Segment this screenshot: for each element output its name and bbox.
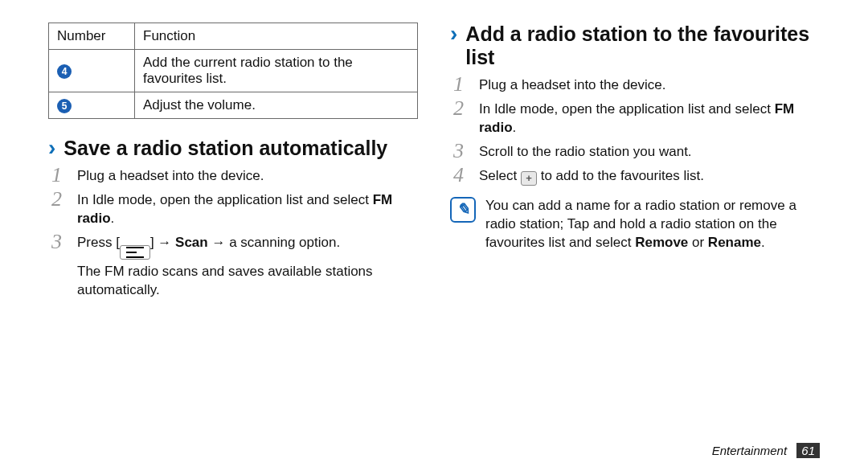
step-number: 2 xyxy=(51,189,68,210)
menu-key-icon xyxy=(120,245,150,260)
list-item: 4 Select + to add to the favourites list… xyxy=(453,165,820,186)
step-number: 2 xyxy=(453,98,469,119)
text-fragment: . xyxy=(111,211,115,226)
left-column: Number Function 4 Add the current radio … xyxy=(48,23,418,471)
text-fragment: or xyxy=(688,235,708,250)
note-text: You can add a name for a radio station o… xyxy=(485,197,820,252)
text-fragment: In Idle mode, open the application list … xyxy=(479,101,775,117)
row-function-cell: Add the current radio station to the fav… xyxy=(135,50,418,92)
text-fragment: ] → xyxy=(150,235,175,250)
chapter-name: Entertainment xyxy=(712,444,787,457)
section-title: Add a radio station to the favourites li… xyxy=(465,23,820,69)
manual-page: Number Function 4 Add the current radio … xyxy=(0,0,868,471)
note-icon: ✎ xyxy=(450,197,476,223)
step-number: 3 xyxy=(453,141,469,162)
list-item: 2 In Idle mode, open the application lis… xyxy=(51,189,418,228)
list-item: 1 Plug a headset into the device. xyxy=(51,165,418,186)
text-fragment: Press [ xyxy=(77,235,120,250)
page-number: 61 xyxy=(796,443,820,458)
steps-add: 1 Plug a headset into the device. 2 In I… xyxy=(450,74,820,186)
text-fragment: In Idle mode, open the application list … xyxy=(77,192,373,207)
add-favourite-icon: + xyxy=(521,171,537,186)
menu-option: Remove xyxy=(635,235,688,250)
text-fragment: . xyxy=(761,235,765,250)
table-row: 5 Adjust the volume. xyxy=(49,92,418,119)
text-fragment: → a scanning option. xyxy=(208,235,340,250)
header-function: Function xyxy=(135,23,418,50)
steps-save: 1 Plug a headset into the device. 2 In I… xyxy=(48,165,418,300)
section-heading-save: › Save a radio station automatically xyxy=(48,137,418,160)
step-number: 1 xyxy=(51,165,68,186)
chevron-right-icon: › xyxy=(48,137,55,159)
section-title: Save a radio station automatically xyxy=(63,137,387,160)
section-heading-add: › Add a radio station to the favourites … xyxy=(450,23,820,69)
chevron-right-icon: › xyxy=(450,23,457,45)
number-badge-icon: 4 xyxy=(57,64,72,79)
step-number: 4 xyxy=(453,165,469,186)
list-item: 2 In Idle mode, open the application lis… xyxy=(453,98,820,137)
page-footer: Entertainment 61 xyxy=(712,443,820,458)
text-fragment: to add to the favourites list. xyxy=(537,168,704,183)
number-badge-icon: 5 xyxy=(57,99,72,113)
text-fragment: . xyxy=(513,120,517,135)
hamburger-icon xyxy=(124,245,146,260)
header-number: Number xyxy=(49,23,135,50)
list-item: 3 Scroll to the radio station you want. xyxy=(453,141,820,162)
list-item: 1 Plug a headset into the device. xyxy=(453,74,820,95)
row-number-cell: 4 xyxy=(49,50,135,92)
table-row: 4 Add the current radio station to the f… xyxy=(49,50,418,92)
menu-option: Scan xyxy=(175,235,208,250)
step-text: Select + to add to the favourites list. xyxy=(479,165,704,186)
menu-option: Rename xyxy=(708,235,761,250)
step-text: Scroll to the radio station you want. xyxy=(479,141,692,162)
step-text: Plug a headset into the device. xyxy=(77,165,264,186)
note-block: ✎ You can add a name for a radio station… xyxy=(450,197,820,252)
step-text: Plug a headset into the device. xyxy=(479,74,666,95)
step-text: In Idle mode, open the application list … xyxy=(479,98,820,137)
table-header-row: Number Function xyxy=(49,23,418,50)
step-number: 1 xyxy=(453,74,469,95)
step-result: The FM radio scans and saves available s… xyxy=(77,263,418,300)
text-fragment: Select xyxy=(479,168,521,183)
step-text: In Idle mode, open the application list … xyxy=(77,189,418,228)
step-text: Press [] → Scan → a scanning option. The… xyxy=(77,231,418,300)
row-number-cell: 5 xyxy=(49,92,135,119)
list-item: 3 Press [] → Scan → a scanning option. T… xyxy=(51,231,418,300)
row-function-cell: Adjust the volume. xyxy=(135,92,418,119)
function-table: Number Function 4 Add the current radio … xyxy=(48,23,418,119)
step-number: 3 xyxy=(51,231,68,252)
right-column: › Add a radio station to the favourites … xyxy=(450,23,820,471)
